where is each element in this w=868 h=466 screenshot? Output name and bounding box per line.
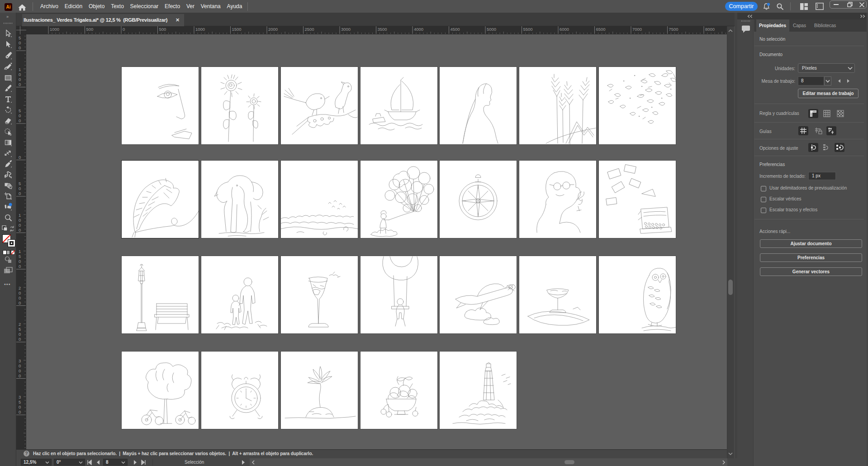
svg-text:5500: 5500 (523, 27, 533, 32)
svg-text:2: 2 (19, 322, 21, 327)
svg-text:0: 0 (19, 228, 21, 233)
svg-text:6500: 6500 (596, 27, 606, 32)
svg-text:5: 5 (19, 399, 21, 404)
svg-text:4500: 4500 (451, 27, 460, 32)
svg-text:0: 0 (19, 191, 21, 196)
svg-text:5000: 5000 (487, 27, 496, 32)
svg-text:0: 0 (19, 40, 21, 45)
svg-text:3500: 3500 (378, 27, 387, 32)
svg-text:5: 5 (19, 254, 21, 259)
svg-text:0: 0 (19, 113, 21, 118)
svg-text:0: 0 (19, 155, 21, 160)
svg-text:3: 3 (19, 358, 21, 363)
svg-text:1500: 1500 (232, 27, 242, 32)
svg-text:5: 5 (19, 35, 21, 40)
svg-text:5: 5 (19, 181, 21, 186)
svg-text:0: 0 (19, 259, 21, 264)
svg-text:1: 1 (19, 67, 21, 72)
svg-text:5: 5 (19, 327, 21, 332)
svg-text:0: 0 (19, 404, 21, 409)
svg-text:2: 2 (19, 285, 21, 290)
svg-text:0: 0 (19, 223, 21, 228)
svg-text:1: 1 (19, 249, 21, 254)
svg-text:1000: 1000 (50, 27, 59, 32)
svg-text:0: 0 (19, 363, 21, 368)
svg-text:500: 500 (159, 27, 166, 32)
svg-text:0: 0 (19, 45, 21, 50)
svg-text:0: 0 (19, 218, 21, 223)
svg-text:0: 0 (123, 27, 125, 32)
svg-text:0: 0 (19, 337, 21, 342)
svg-text:0: 0 (19, 290, 21, 295)
svg-text:8000: 8000 (705, 27, 715, 32)
svg-text:1000: 1000 (195, 27, 205, 32)
svg-text:5: 5 (19, 108, 21, 113)
svg-text:0: 0 (19, 72, 21, 77)
svg-text:7500: 7500 (669, 27, 678, 32)
svg-text:4000: 4000 (414, 27, 423, 32)
svg-text:7000: 7000 (632, 27, 642, 32)
svg-text:0: 0 (19, 295, 21, 300)
svg-text:3: 3 (19, 395, 21, 399)
svg-text:0: 0 (19, 368, 21, 373)
svg-text:2000: 2000 (268, 27, 278, 32)
svg-text:0: 0 (19, 373, 21, 378)
svg-text:0: 0 (19, 186, 21, 191)
svg-text:0: 0 (19, 264, 21, 269)
svg-text:3000: 3000 (341, 27, 351, 32)
svg-text:500: 500 (86, 27, 94, 32)
svg-text:0: 0 (19, 300, 21, 305)
svg-text:0: 0 (19, 409, 21, 414)
svg-text:6000: 6000 (560, 27, 569, 32)
svg-text:0: 0 (19, 82, 21, 87)
svg-text:2500: 2500 (305, 27, 314, 32)
svg-text:0: 0 (19, 77, 21, 82)
svg-text:0: 0 (19, 118, 21, 123)
svg-text:0: 0 (19, 332, 21, 337)
svg-text:1: 1 (19, 213, 21, 218)
